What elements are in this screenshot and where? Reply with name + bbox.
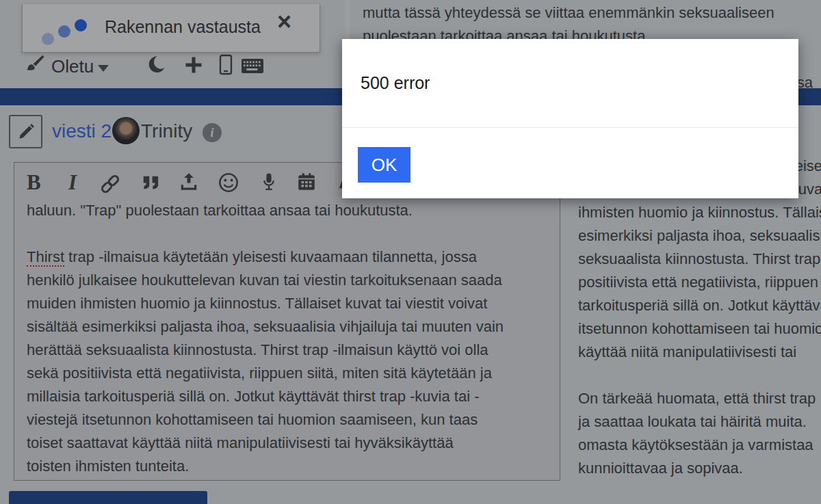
error-dialog: 500 error OK [342,39,798,198]
dialog-divider [342,127,798,128]
ok-button[interactable]: OK [358,147,410,183]
dialog-message: 500 error [361,73,430,93]
